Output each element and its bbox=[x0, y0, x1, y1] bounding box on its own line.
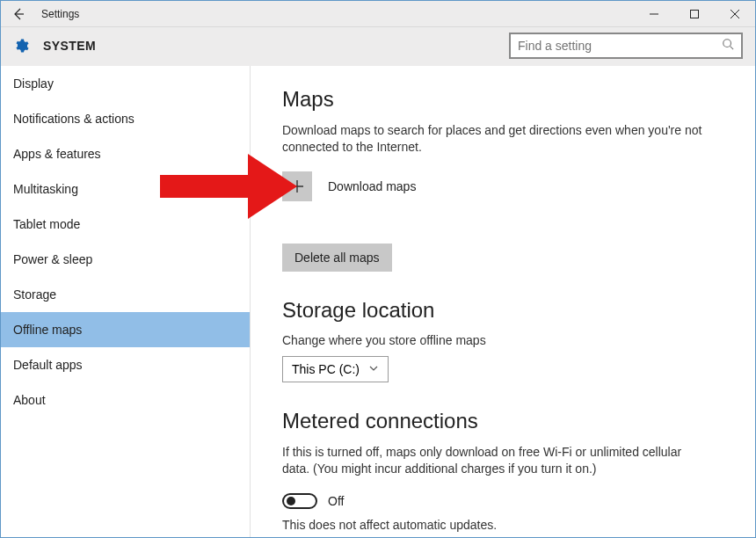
maximize-button[interactable] bbox=[674, 1, 715, 27]
window-titlebar: Settings bbox=[1, 1, 755, 27]
metered-note: This does not affect automatic updates. bbox=[282, 518, 723, 532]
back-arrow-icon bbox=[11, 7, 25, 21]
back-button[interactable] bbox=[1, 1, 36, 27]
sidebar-item-display[interactable]: Display bbox=[1, 66, 250, 101]
gear-icon bbox=[13, 38, 29, 54]
sidebar-item-tablet-mode[interactable]: Tablet mode bbox=[1, 207, 250, 242]
sidebar-item-about[interactable]: About bbox=[1, 382, 250, 418]
svg-point-1 bbox=[723, 40, 731, 47]
page-header: SYSTEM bbox=[1, 27, 755, 66]
sidebar-item-multitasking[interactable]: Multitasking bbox=[1, 171, 250, 207]
svg-rect-0 bbox=[691, 10, 699, 18]
sidebar-item-power-sleep[interactable]: Power & sleep bbox=[1, 242, 250, 277]
delete-all-maps-button[interactable]: Delete all maps bbox=[282, 244, 392, 272]
chevron-down-icon bbox=[368, 362, 379, 376]
storage-location-heading: Storage location bbox=[282, 298, 723, 323]
sidebar-item-apps-features[interactable]: Apps & features bbox=[1, 136, 250, 171]
page-title: SYSTEM bbox=[43, 39, 509, 53]
close-icon bbox=[731, 10, 739, 18]
search-input-container[interactable] bbox=[509, 33, 743, 59]
minimize-icon bbox=[650, 10, 658, 18]
metered-description: If this is turned off, maps only downloa… bbox=[282, 444, 704, 477]
maximize-icon bbox=[690, 10, 699, 18]
window-title: Settings bbox=[41, 8, 634, 20]
sidebar-item-default-apps[interactable]: Default apps bbox=[1, 347, 250, 382]
sidebar-item-storage[interactable]: Storage bbox=[1, 277, 250, 312]
sidebar-item-notifications[interactable]: Notifications & actions bbox=[1, 101, 250, 136]
search-input[interactable] bbox=[518, 39, 722, 53]
window-controls bbox=[634, 1, 755, 27]
maps-heading: Maps bbox=[282, 87, 723, 112]
storage-sub-label: Change where you store offline maps bbox=[282, 333, 723, 347]
minimize-button[interactable] bbox=[634, 1, 674, 27]
content-area: Maps Download maps to search for places … bbox=[251, 66, 755, 537]
plus-icon bbox=[290, 179, 304, 193]
download-maps-label: Download maps bbox=[328, 179, 416, 193]
metered-connections-heading: Metered connections bbox=[282, 409, 723, 433]
metered-toggle-label: Off bbox=[328, 494, 344, 508]
search-icon bbox=[722, 38, 734, 54]
maps-description: Download maps to search for places and g… bbox=[282, 122, 704, 156]
metered-toggle[interactable] bbox=[282, 493, 317, 509]
download-maps-add-button[interactable] bbox=[282, 171, 312, 201]
sidebar-item-offline-maps[interactable]: Offline maps bbox=[1, 312, 250, 347]
toggle-knob bbox=[287, 497, 295, 505]
close-button[interactable] bbox=[715, 1, 755, 27]
storage-drive-value: This PC (C:) bbox=[292, 362, 360, 376]
storage-drive-select[interactable]: This PC (C:) bbox=[282, 356, 389, 382]
sidebar: Display Notifications & actions Apps & f… bbox=[1, 66, 251, 537]
